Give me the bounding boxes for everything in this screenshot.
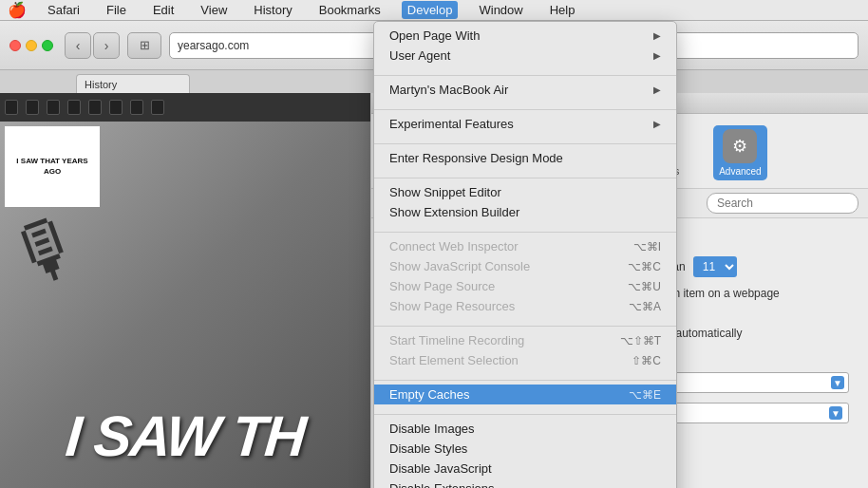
menu-separator xyxy=(374,326,676,327)
develop-menu[interactable]: Open Page With▶User Agent▶Martyn's MacBo… xyxy=(373,21,677,488)
film-background: I SAW THAT YEARS AGO 🎙 I SAW TH xyxy=(0,93,370,488)
menu-separator xyxy=(374,143,676,144)
menu-safari[interactable]: Safari xyxy=(42,1,85,19)
menu-item-label: Disable JavaScript xyxy=(389,461,492,476)
menu-item-label: Show Snippet Editor xyxy=(389,185,501,199)
menu-window[interactable]: Window xyxy=(473,1,528,19)
minimize-button[interactable] xyxy=(26,40,37,51)
film-strip-top xyxy=(0,93,370,122)
prefs-stylefield-button[interactable]: ▼ xyxy=(831,376,844,389)
menu-shortcut: ⌥⌘U xyxy=(628,280,661,293)
traffic-lights xyxy=(9,40,53,51)
address-text: yearsago.com xyxy=(178,39,249,52)
menu-item-web-inspector: Connect Web Inspector⌥⌘I xyxy=(374,236,676,256)
advanced-icon: ⚙ xyxy=(723,129,757,163)
menu-item-page-resources: Show Page Resources⌥⌘A xyxy=(374,296,676,316)
menu-item-experimental-features[interactable]: Experimental Features▶ xyxy=(374,114,676,134)
menu-item-label: Start Element Selection xyxy=(389,353,519,367)
menu-edit[interactable]: Edit xyxy=(147,1,179,19)
menu-item-11[interactable] xyxy=(374,222,676,228)
submenu-arrow-icon: ▶ xyxy=(653,50,661,61)
film-hole xyxy=(5,100,18,115)
menu-item-label: Start Timeline Recording xyxy=(389,333,524,347)
menu-separator xyxy=(374,178,676,178)
menu-item-label: Open Page With xyxy=(389,28,480,43)
menu-item-label: User Agent xyxy=(389,48,450,63)
menu-item-8[interactable] xyxy=(374,168,676,174)
menu-item-2[interactable] xyxy=(374,66,676,71)
menu-item-js-console: Show JavaScript Console⌥⌘C xyxy=(374,256,676,276)
film-hole xyxy=(26,100,39,115)
logo-text: I SAW THAT YEARS AGO xyxy=(9,157,96,177)
menu-shortcut: ⌥⇧⌘T xyxy=(620,334,661,347)
browser-page: I SAW THAT YEARS AGO 🎙 I SAW TH xyxy=(0,93,370,488)
menu-item-empty-caches[interactable]: Empty Caches⌥⌘E xyxy=(374,385,676,404)
menu-item-21[interactable] xyxy=(374,404,676,410)
menu-item-disable-extensions[interactable]: Disable Extensions xyxy=(374,479,676,488)
menu-shortcut: ⌥⌘A xyxy=(629,300,661,313)
menu-item-label: Empty Caches xyxy=(389,387,470,402)
menu-item-page-source: Show Page Source⌥⌘U xyxy=(374,276,676,296)
tab-label: History xyxy=(85,79,117,90)
menu-item-19[interactable] xyxy=(374,370,676,376)
submenu-arrow-icon: ▶ xyxy=(653,119,661,129)
menu-item-responsive-design[interactable]: Enter Responsive Design Mode xyxy=(374,148,676,168)
menu-shortcut: ⇧⌘C xyxy=(632,354,661,367)
film-hole xyxy=(67,100,81,115)
prefs-advanced-label: Advanced xyxy=(719,166,761,177)
menu-shortcut: ⌥⌘I xyxy=(633,240,661,253)
forward-button[interactable]: › xyxy=(93,32,120,59)
film-hole xyxy=(88,100,102,115)
menu-shortcut: ⌥⌘C xyxy=(628,260,661,273)
menu-item-disable-images[interactable]: Disable Images xyxy=(374,419,676,439)
menu-separator xyxy=(374,380,676,381)
film-hole xyxy=(151,100,164,115)
menu-item-disable-styles[interactable]: Disable Styles xyxy=(374,439,676,459)
menu-item-label: Show JavaScript Console xyxy=(389,259,530,273)
menu-item-element-selection: Start Element Selection⇧⌘C xyxy=(374,350,676,370)
menu-history[interactable]: History xyxy=(248,1,297,19)
film-hole xyxy=(109,100,123,115)
menu-separator xyxy=(374,75,676,76)
menu-item-label: Disable Extensions xyxy=(389,481,495,488)
tab-view-button[interactable]: ⊞ xyxy=(127,32,161,59)
menu-shortcut: ⌥⌘E xyxy=(629,388,661,402)
menu-view[interactable]: View xyxy=(195,1,233,19)
menu-item-timeline-recording: Start Timeline Recording⌥⇧⌘T xyxy=(374,330,676,350)
prefs-encoding-button[interactable]: ▼ xyxy=(829,406,842,420)
site-logo: I SAW THAT YEARS AGO xyxy=(5,126,100,207)
menu-help[interactable]: Help xyxy=(544,1,581,19)
menu-item-label: Show Page Source xyxy=(389,279,495,293)
menu-item-label: Enter Responsive Design Mode xyxy=(389,151,563,165)
browser-tab[interactable]: History xyxy=(76,74,190,93)
back-button[interactable]: ‹ xyxy=(65,32,91,59)
prefs-icon-advanced[interactable]: ⚙ Advanced xyxy=(713,125,766,180)
menu-item-label: Disable Images xyxy=(389,422,475,436)
maximize-button[interactable] xyxy=(42,40,53,51)
menu-item-macbook-air[interactable]: Martyn's MacBook Air▶ xyxy=(374,80,676,100)
menu-item-6[interactable] xyxy=(374,134,676,140)
page-big-text: I SAW TH xyxy=(0,404,370,469)
close-button[interactable] xyxy=(9,40,21,51)
menu-bookmarks[interactable]: Bookmarks xyxy=(313,1,387,19)
menu-item-16[interactable] xyxy=(374,316,676,322)
prefs-search-input[interactable] xyxy=(707,193,859,214)
menu-develop[interactable]: Develop xyxy=(402,1,459,19)
menu-item-open-page-with[interactable]: Open Page With▶ xyxy=(374,26,676,46)
menu-item-extension-builder[interactable]: Show Extension Builder xyxy=(374,202,676,222)
film-hole xyxy=(130,100,143,115)
apple-menu-icon[interactable]: 🍎 xyxy=(8,1,27,19)
prefs-fontsize-dropdown[interactable]: 11 9 10 12 14 xyxy=(693,256,737,277)
menu-separator xyxy=(374,414,676,415)
menu-item-4[interactable] xyxy=(374,100,676,105)
menu-item-label: Experimental Features xyxy=(389,117,514,131)
menu-file[interactable]: File xyxy=(101,1,132,19)
menu-item-label: Connect Web Inspector xyxy=(389,239,519,253)
menu-item-snippet-editor[interactable]: Show Snippet Editor xyxy=(374,182,676,202)
menu-item-label: Martyn's MacBook Air xyxy=(389,83,508,97)
menu-item-user-agent[interactable]: User Agent▶ xyxy=(374,46,676,66)
menu-separator xyxy=(374,109,676,110)
menu-item-disable-javascript[interactable]: Disable JavaScript xyxy=(374,459,676,479)
gun-graphic: 🎙 xyxy=(0,197,98,305)
submenu-arrow-icon: ▶ xyxy=(653,84,661,95)
